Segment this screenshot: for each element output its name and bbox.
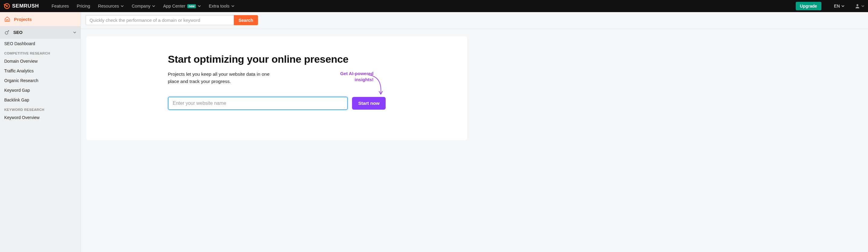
language-selector[interactable]: EN <box>834 4 844 8</box>
home-icon <box>4 16 10 22</box>
nav-features[interactable]: Features <box>52 4 69 8</box>
sidebar-keyword-gap[interactable]: Keyword Gap <box>0 85 81 95</box>
projects-card: Start optimizing your online presence Pr… <box>86 36 467 140</box>
sidebar: Projects SEO SEO Dashboard COMPETITIVE R… <box>0 12 81 252</box>
chevron-down-icon <box>198 4 201 7</box>
hero-title: Start optimizing your online presence <box>168 53 385 65</box>
chevron-down-icon <box>231 4 235 7</box>
nav-pricing[interactable]: Pricing <box>77 4 90 8</box>
nav-company[interactable]: Company <box>131 4 155 8</box>
new-badge: new <box>187 4 196 8</box>
user-icon <box>855 3 860 9</box>
arrow-icon <box>365 73 386 97</box>
chevron-down-icon <box>841 4 844 7</box>
main-area: Search Start optimizing your online pres… <box>81 12 868 252</box>
svg-point-1 <box>6 5 8 7</box>
sidebar-traffic-analytics[interactable]: Traffic Analytics <box>0 66 81 76</box>
sidebar-domain-overview[interactable]: Domain Overview <box>0 56 81 66</box>
top-nav: SEMRUSH Features Pricing Resources Compa… <box>0 0 868 12</box>
start-now-button[interactable]: Start now <box>352 97 385 110</box>
user-menu[interactable] <box>855 3 864 9</box>
brand-logo[interactable]: SEMRUSH <box>4 3 39 9</box>
target-icon <box>4 30 10 35</box>
upgrade-button[interactable]: Upgrade <box>796 2 822 10</box>
chevron-down-icon <box>152 4 155 7</box>
sidebar-group-keyword: KEYWORD RESEARCH <box>0 105 81 113</box>
nav-appcenter[interactable]: App Center new <box>163 4 201 8</box>
svg-point-2 <box>857 4 858 6</box>
chevron-down-icon <box>861 4 864 7</box>
chevron-down-icon <box>73 31 76 34</box>
global-search-row: Search <box>81 12 868 29</box>
hero-subtitle: Projects let you keep all your website d… <box>168 71 280 85</box>
sidebar-seo-dashboard[interactable]: SEO Dashboard <box>0 39 81 49</box>
chevron-down-icon <box>121 4 124 7</box>
ai-callout: Get AI-powered insights! <box>298 71 373 83</box>
sidebar-backlink-gap[interactable]: Backlink Gap <box>0 95 81 105</box>
brand-text: SEMRUSH <box>12 3 39 9</box>
nav-extratools[interactable]: Extra tools <box>209 4 235 8</box>
sidebar-projects[interactable]: Projects <box>0 12 81 26</box>
global-search-button[interactable]: Search <box>234 15 258 25</box>
global-search-input[interactable] <box>86 15 234 25</box>
nav-resources[interactable]: Resources <box>98 4 124 8</box>
website-input[interactable] <box>168 96 348 110</box>
sidebar-organic-research[interactable]: Organic Research <box>0 76 81 85</box>
nav-links: Features Pricing Resources Company App C… <box>52 4 235 8</box>
sidebar-section-seo[interactable]: SEO <box>0 26 81 39</box>
sidebar-keyword-overview[interactable]: Keyword Overview <box>0 113 81 122</box>
semrush-logo-icon <box>4 3 10 9</box>
sidebar-group-competitive: COMPETITIVE RESEARCH <box>0 49 81 56</box>
